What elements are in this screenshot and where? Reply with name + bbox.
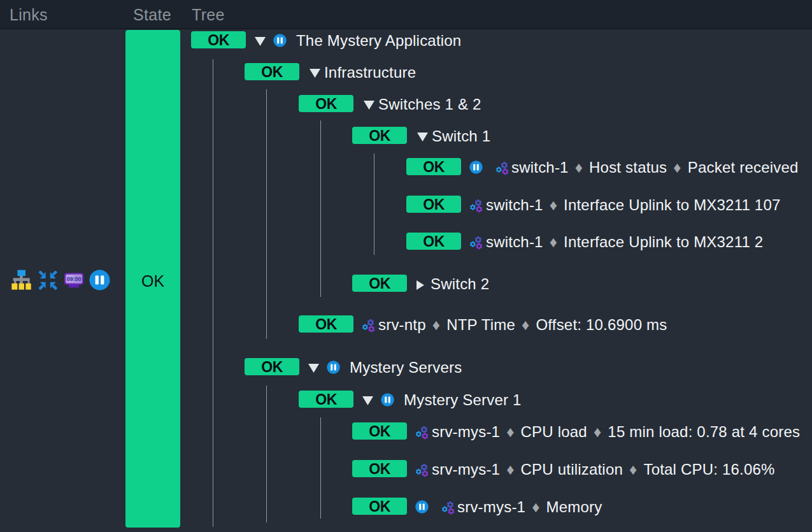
- svg-text:09:00: 09:00: [67, 276, 82, 282]
